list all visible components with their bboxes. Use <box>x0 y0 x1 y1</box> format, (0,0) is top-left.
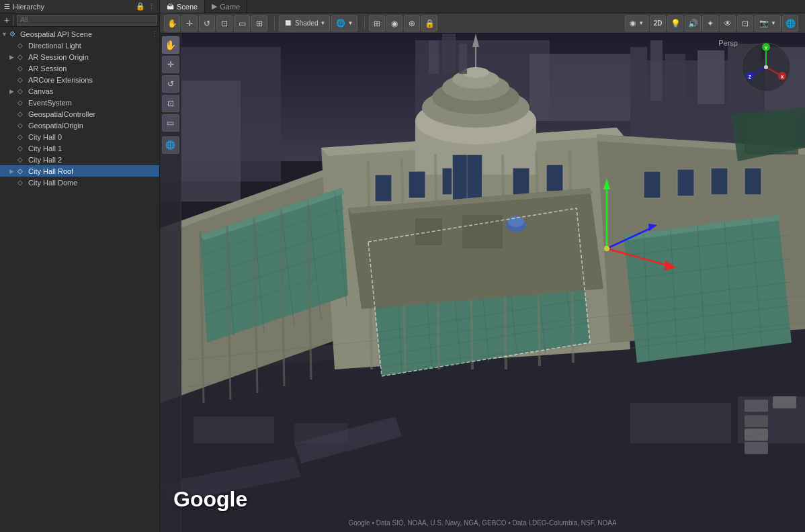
scene-viewport[interactable]: Y X Z Persp <box>160 34 805 532</box>
render-icon: ◉ <box>630 19 636 28</box>
cam-arrow: ▼ <box>771 20 776 26</box>
visibility-btn[interactable]: ◉ <box>386 15 402 32</box>
icon-geospatial-controller: ◇ <box>17 110 27 118</box>
hidden-btn[interactable]: 👁 <box>720 15 736 32</box>
hierarchy-item-city-hall-2[interactable]: ▶ ◇ City Hall 2 <box>0 154 159 165</box>
scene-mode-icon: 🌐 <box>336 19 345 28</box>
fx-btn[interactable]: ✦ <box>702 15 718 32</box>
svg-rect-78 <box>546 165 563 191</box>
svg-rect-88 <box>462 215 503 249</box>
hierarchy-item-city-hall-0[interactable]: ▶ ◇ City Hall 0 <box>0 131 159 142</box>
hierarchy-item-directional-light[interactable]: ▶ ◇ Directional Light <box>0 40 159 51</box>
svg-text:X: X <box>781 75 784 79</box>
shading-dropdown[interactable]: 🔲 Shaded ▼ <box>279 15 330 32</box>
scene-scale-tool[interactable]: ⊡ <box>162 95 179 112</box>
svg-rect-82 <box>677 169 694 196</box>
label-ar-session-origin: AR Session Origin <box>28 53 89 61</box>
icon-directional-light: ◇ <box>17 42 27 49</box>
svg-rect-121 <box>665 54 685 101</box>
label-geospatial-api-scene: Geospatial API Scene <box>20 30 92 38</box>
label-city-hall-2: City Hall 2 <box>28 156 62 164</box>
arrow-empty-chd: ▶ <box>9 179 17 186</box>
attribution-bar: Google • Data SIO, NOAA, U.S. Navy, NGA,… <box>160 519 805 527</box>
arrow-empty-arcore: ▶ <box>9 77 17 83</box>
scene-mode-dropdown[interactable]: 🌐 ▼ <box>331 15 357 32</box>
light-btn[interactable]: 💡 <box>667 15 683 32</box>
scene-move-tool[interactable]: ✛ <box>162 56 179 73</box>
hierarchy-item-ar-session[interactable]: ▶ ◇ AR Session <box>0 62 159 74</box>
label-geospatial-controller: GeospatialController <box>28 110 95 118</box>
city-hall-scene: Y X Z Persp <box>160 34 805 532</box>
icon-city-hall-0: ◇ <box>17 133 27 140</box>
arrow-empty-ch2: ▶ <box>9 157 17 163</box>
arrow-empty-ar-session: ▶ <box>9 65 17 72</box>
plus-icon[interactable]: + <box>3 15 11 26</box>
gizmo-overlay-btn[interactable]: ⊡ <box>737 15 753 32</box>
toolbar-group-shading: 🔲 Shaded ▼ 🌐 ▼ <box>279 15 357 32</box>
svg-rect-118 <box>459 44 467 74</box>
rotate-tool-btn[interactable]: ↺ <box>199 15 215 32</box>
hierarchy-item-city-hall-roof[interactable]: ▶ ◇ City Hall Roof <box>0 165 159 177</box>
arrow-geospatial: ▼ <box>1 31 9 38</box>
arrow-empty-geo-origin: ▶ <box>9 122 17 129</box>
hierarchy-item-geospatial-api-scene[interactable]: ▼ ⚙ Geospatial API Scene ⋮ <box>0 28 159 40</box>
icon-event-system: ◇ <box>17 99 27 106</box>
hierarchy-item-event-system[interactable]: ▶ ◇ EventSystem <box>0 97 159 108</box>
scene-rotate-tool[interactable]: ↺ <box>162 75 179 93</box>
hierarchy-menu-icon[interactable]: ⋮ <box>148 2 155 11</box>
hierarchy-item-geospatial-controller[interactable]: ▶ ◇ GeospatialController <box>0 108 159 120</box>
sep-2 <box>364 17 365 30</box>
svg-text:Y: Y <box>765 46 768 50</box>
hierarchy-item-ar-session-origin[interactable]: ▶ ◇ AR Session Origin <box>0 51 159 62</box>
hierarchy-search-input[interactable] <box>17 15 157 26</box>
svg-rect-7 <box>529 54 630 121</box>
lock-btn[interactable]: 🔒 <box>421 15 437 32</box>
scene-tab-icon: 🏔 <box>167 3 174 11</box>
layers-btn[interactable]: 🌐 <box>782 15 798 32</box>
scene-options-icon[interactable]: ⋮ <box>151 30 158 38</box>
toolbar-group-right: ◉ ▼ 2D 💡 🔊 ✦ 👁 ⊡ 📷 ▼ 🌐 <box>625 15 798 32</box>
grid-btn[interactable]: ⊞ <box>369 15 385 32</box>
hand-tool-btn[interactable]: ✋ <box>164 15 180 32</box>
header-left: ☰ Hierarchy <box>4 3 44 11</box>
2d-btn[interactable]: 2D <box>650 15 666 32</box>
main-layout: ☰ Hierarchy 🔒 ⋮ + ▼ ⚙ Geospatial API Sce… <box>0 0 805 532</box>
hierarchy-item-arcore-extensions[interactable]: ▶ ◇ ARCore Extensions <box>0 74 159 85</box>
scene-area: 🏔 Scene ▶ Game ✋ ✛ ↺ ⊡ ▭ ⊞ <box>160 0 805 532</box>
svg-rect-104 <box>745 400 768 412</box>
svg-point-137 <box>764 65 768 69</box>
scene-tab-label: Scene <box>177 3 198 11</box>
label-canvas: Canvas <box>28 87 53 95</box>
hierarchy-item-geospatial-origin[interactable]: ▶ ◇ GeospatialOrigin <box>0 120 159 131</box>
transform-tool-btn[interactable]: ⊞ <box>251 15 267 32</box>
hierarchy-lock-icon[interactable]: 🔒 <box>136 2 145 11</box>
render-arrow: ▼ <box>638 20 644 26</box>
scale-tool-btn[interactable]: ⊡ <box>216 15 232 32</box>
svg-point-90 <box>508 216 524 227</box>
scene-hand-tool[interactable]: ✋ <box>162 36 179 54</box>
toolbar-group-mid: ⊞ ◉ ⊕ 🔒 <box>369 15 437 32</box>
scene-rect-tool[interactable]: ▭ <box>162 114 179 132</box>
hierarchy-item-city-hall-dome[interactable]: ▶ ◇ City Hall Dome <box>0 177 159 188</box>
render-path-dropdown[interactable]: ◉ ▼ <box>625 15 648 32</box>
scene-svg <box>160 34 805 532</box>
cam-dropdown[interactable]: 📷 ▼ <box>755 15 781 32</box>
tab-game[interactable]: ▶ Game <box>205 0 247 13</box>
icon-canvas: ◇ <box>17 87 27 95</box>
hierarchy-item-canvas[interactable]: ▶ ◇ Canvas <box>0 85 159 97</box>
label-city-hall-1: City Hall 1 <box>28 144 62 152</box>
label-event-system: EventSystem <box>28 99 72 107</box>
rect-tool-btn[interactable]: ▭ <box>234 15 250 32</box>
audio-btn[interactable]: 🔊 <box>685 15 701 32</box>
scene-world-tool[interactable]: 🌐 <box>162 136 179 154</box>
hierarchy-item-city-hall-1[interactable]: ▶ ◇ City Hall 1 <box>0 142 159 154</box>
gizmo-btn[interactable]: ⊕ <box>404 15 420 32</box>
game-tab-label: Game <box>220 3 240 11</box>
tab-scene[interactable]: 🏔 Scene <box>160 0 205 13</box>
hierarchy-panel-header: ☰ Hierarchy 🔒 ⋮ <box>0 0 159 13</box>
google-text: Google <box>173 487 247 511</box>
move-tool-btn[interactable]: ✛ <box>181 15 198 32</box>
arrow-empty-ch1: ▶ <box>9 145 17 152</box>
svg-rect-107 <box>745 429 768 441</box>
svg-rect-75 <box>409 171 425 198</box>
